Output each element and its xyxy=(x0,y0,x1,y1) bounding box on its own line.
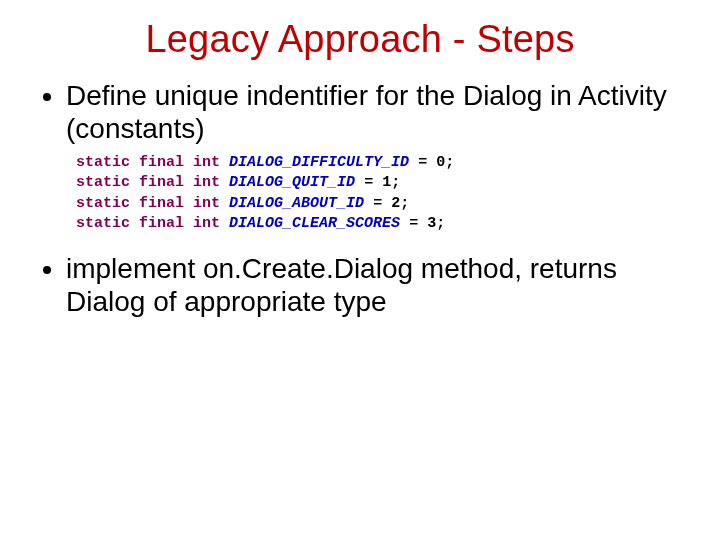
code-semi: ; xyxy=(445,154,454,171)
code-value: 0 xyxy=(436,154,445,171)
keyword-int: int xyxy=(193,195,220,212)
code-semi: ; xyxy=(400,195,409,212)
keyword-final: final xyxy=(139,174,184,191)
keyword-static: static xyxy=(76,215,130,232)
code-ident: DIALOG_QUIT_ID xyxy=(229,174,355,191)
keyword-final: final xyxy=(139,195,184,212)
bullet-1: Define unique indentifier for the Dialog… xyxy=(66,79,680,145)
slide: Legacy Approach - Steps Define unique in… xyxy=(0,0,720,540)
code-semi: ; xyxy=(436,215,445,232)
bullet-2: implement on.Create.Dialog method, retur… xyxy=(66,252,680,318)
code-ident: DIALOG_ABOUT_ID xyxy=(229,195,364,212)
slide-title: Legacy Approach - Steps xyxy=(40,18,680,61)
code-block: static final int DIALOG_DIFFICULTY_ID = … xyxy=(76,153,680,234)
code-ident: DIALOG_CLEAR_SCORES xyxy=(229,215,400,232)
code-assign: = xyxy=(355,174,382,191)
keyword-static: static xyxy=(76,154,130,171)
keyword-static: static xyxy=(76,174,130,191)
code-semi: ; xyxy=(391,174,400,191)
code-value: 3 xyxy=(427,215,436,232)
keyword-final: final xyxy=(139,215,184,232)
code-line: static final int DIALOG_CLEAR_SCORES = 3… xyxy=(76,214,680,234)
code-line: static final int DIALOG_QUIT_ID = 1; xyxy=(76,173,680,193)
code-assign: = xyxy=(400,215,427,232)
keyword-int: int xyxy=(193,154,220,171)
code-assign: = xyxy=(409,154,436,171)
code-ident: DIALOG_DIFFICULTY_ID xyxy=(229,154,409,171)
keyword-final: final xyxy=(139,154,184,171)
code-line: static final int DIALOG_DIFFICULTY_ID = … xyxy=(76,153,680,173)
code-assign: = xyxy=(364,195,391,212)
bullet-list: Define unique indentifier for the Dialog… xyxy=(40,79,680,145)
code-line: static final int DIALOG_ABOUT_ID = 2; xyxy=(76,194,680,214)
keyword-int: int xyxy=(193,215,220,232)
code-value: 1 xyxy=(382,174,391,191)
keyword-static: static xyxy=(76,195,130,212)
keyword-int: int xyxy=(193,174,220,191)
bullet-list-2: implement on.Create.Dialog method, retur… xyxy=(40,252,680,318)
code-value: 2 xyxy=(391,195,400,212)
